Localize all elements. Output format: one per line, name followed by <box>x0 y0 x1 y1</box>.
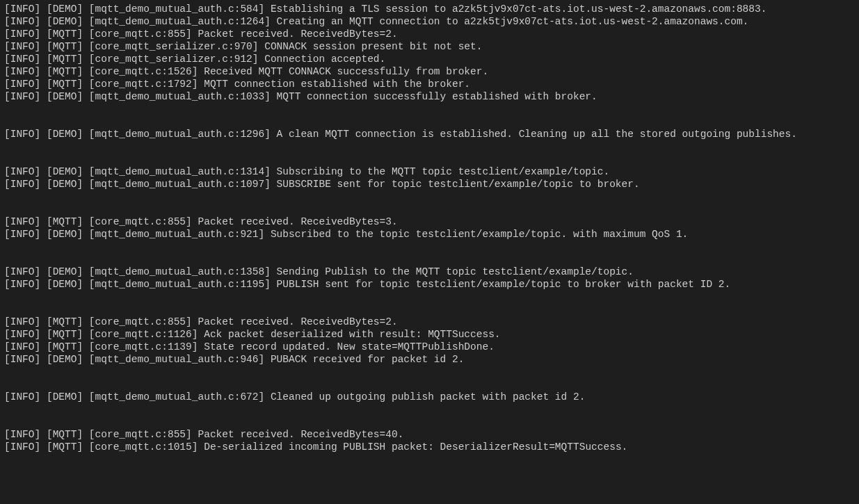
log-source: core_mqtt.c:1526 <box>95 66 192 77</box>
log-source: core_mqtt.c:1792 <box>95 79 192 90</box>
log-module: DEMO <box>53 391 77 403</box>
log-level: INFO <box>10 41 35 52</box>
log-source: core_mqtt.c:1015 <box>95 441 192 453</box>
log-message: Packet received. ReceivedBytes=2. <box>198 29 397 40</box>
log-level: INFO <box>10 179 35 190</box>
log-message: Subscribing to the MQTT topic testclient… <box>277 166 610 177</box>
log-level: INFO <box>10 91 35 102</box>
log-module: DEMO <box>53 229 77 240</box>
log-line: [INFO] [MQTT] [core_mqtt.c:1792] MQTT co… <box>4 78 855 90</box>
log-message: A clean MQTT connection is established. … <box>277 129 797 140</box>
log-source: mqtt_demo_mutual_auth.c:584 <box>95 3 259 15</box>
log-source: mqtt_demo_mutual_auth.c:1358 <box>95 266 265 277</box>
log-source: core_mqtt.c:855 <box>95 29 186 40</box>
log-level: INFO <box>10 129 35 140</box>
log-source: mqtt_demo_mutual_auth.c:921 <box>95 229 259 240</box>
log-line: [INFO] [DEMO] [mqtt_demo_mutual_auth.c:1… <box>4 165 855 178</box>
log-level: INFO <box>10 216 35 227</box>
log-line: [INFO] [MQTT] [core_mqtt.c:1126] Ack pac… <box>4 328 855 341</box>
log-line: [INFO] [MQTT] [core_mqtt.c:855] Packet r… <box>4 316 855 328</box>
log-message: Sending Publish to the MQTT topic testcl… <box>277 266 634 277</box>
log-module: MQTT <box>53 429 77 440</box>
log-module: DEMO <box>53 3 77 15</box>
log-line: [INFO] [DEMO] [mqtt_demo_mutual_auth.c:5… <box>4 3 855 15</box>
log-module: MQTT <box>53 341 77 352</box>
log-source: core_mqtt.c:1126 <box>95 329 192 340</box>
log-source: mqtt_demo_mutual_auth.c:1195 <box>95 279 265 290</box>
log-message: Subscribed to the topic testclient/examp… <box>271 229 688 240</box>
log-source: mqtt_demo_mutual_auth.c:1314 <box>95 166 265 177</box>
log-line: [INFO] [DEMO] [mqtt_demo_mutual_auth.c:1… <box>4 128 855 140</box>
log-level: INFO <box>10 354 35 365</box>
blank-line <box>4 416 855 428</box>
log-level: INFO <box>10 341 35 352</box>
log-module: MQTT <box>53 66 77 77</box>
log-module: MQTT <box>53 29 77 40</box>
blank-line <box>4 378 855 391</box>
log-module: MQTT <box>53 316 77 327</box>
log-module: MQTT <box>53 79 77 90</box>
blank-line <box>4 366 855 378</box>
log-message: CONNACK session present bit not set. <box>264 41 482 52</box>
log-message: Ack packet deserialized with result: MQT… <box>204 329 500 340</box>
log-line: [INFO] [MQTT] [core_mqtt.c:1526] Receive… <box>4 65 855 78</box>
log-module: DEMO <box>53 166 77 177</box>
log-module: MQTT <box>53 54 77 65</box>
log-module: MQTT <box>53 41 77 52</box>
log-message: State record updated. New state=MQTTPubl… <box>204 341 495 352</box>
blank-line <box>4 403 855 416</box>
log-message: Received MQTT CONNACK successfully from … <box>204 66 488 77</box>
log-source: core_mqtt_serializer.c:912 <box>95 54 252 65</box>
log-line: [INFO] [MQTT] [core_mqtt_serializer.c:97… <box>4 40 855 53</box>
log-line: [INFO] [DEMO] [mqtt_demo_mutual_auth.c:1… <box>4 178 855 190</box>
log-message: Creating an MQTT connection to a2zk5tjv9… <box>277 16 749 27</box>
blank-line <box>4 303 855 316</box>
log-level: INFO <box>10 54 35 65</box>
log-level: INFO <box>10 279 35 290</box>
log-source: mqtt_demo_mutual_auth.c:946 <box>95 354 259 365</box>
log-module: DEMO <box>53 91 77 102</box>
log-level: INFO <box>10 166 35 177</box>
log-module: DEMO <box>53 129 77 140</box>
log-line: [INFO] [DEMO] [mqtt_demo_mutual_auth.c:1… <box>4 15 855 28</box>
log-line: [INFO] [MQTT] [core_mqtt.c:1015] De-seri… <box>4 441 855 453</box>
log-line: [INFO] [DEMO] [mqtt_demo_mutual_auth.c:1… <box>4 278 855 291</box>
log-source: core_mqtt.c:855 <box>95 429 186 440</box>
log-line: [INFO] [DEMO] [mqtt_demo_mutual_auth.c:1… <box>4 266 855 278</box>
log-level: INFO <box>10 329 35 340</box>
log-message: Packet received. ReceivedBytes=3. <box>198 216 397 227</box>
log-source: mqtt_demo_mutual_auth.c:1296 <box>95 129 265 140</box>
log-message: Packet received. ReceivedBytes=2. <box>198 316 397 327</box>
log-module: MQTT <box>53 329 77 340</box>
log-level: INFO <box>10 316 35 327</box>
log-message: MQTT connection established with the bro… <box>204 79 470 90</box>
log-source: core_mqtt.c:855 <box>95 216 186 227</box>
log-source: core_mqtt_serializer.c:970 <box>95 41 252 52</box>
log-level: INFO <box>10 79 35 90</box>
log-module: DEMO <box>53 179 77 190</box>
blank-line <box>4 203 855 216</box>
log-level: INFO <box>10 16 35 27</box>
log-level: INFO <box>10 266 35 277</box>
log-message: Packet received. ReceivedBytes=40. <box>198 429 403 440</box>
terminal-output[interactable]: [INFO] [DEMO] [mqtt_demo_mutual_auth.c:5… <box>4 3 855 453</box>
log-line: [INFO] [MQTT] [core_mqtt_serializer.c:91… <box>4 53 855 65</box>
log-line: [INFO] [DEMO] [mqtt_demo_mutual_auth.c:6… <box>4 391 855 403</box>
blank-line <box>4 115 855 128</box>
log-level: INFO <box>10 429 35 440</box>
log-source: mqtt_demo_mutual_auth.c:1097 <box>95 179 265 190</box>
blank-line <box>4 140 855 153</box>
log-source: mqtt_demo_mutual_auth.c:672 <box>95 391 259 403</box>
log-message: Connection accepted. <box>264 54 385 65</box>
log-message: PUBACK received for packet id 2. <box>271 354 464 365</box>
log-module: DEMO <box>53 279 77 290</box>
log-line: [INFO] [MQTT] [core_mqtt.c:855] Packet r… <box>4 28 855 40</box>
log-level: INFO <box>10 66 35 77</box>
log-line: [INFO] [MQTT] [core_mqtt.c:855] Packet r… <box>4 428 855 441</box>
log-module: MQTT <box>53 216 77 227</box>
blank-line <box>4 241 855 253</box>
blank-line <box>4 190 855 203</box>
log-message: Cleaned up outgoing publish packet with … <box>271 391 585 403</box>
log-level: INFO <box>10 391 35 403</box>
log-level: INFO <box>10 29 35 40</box>
